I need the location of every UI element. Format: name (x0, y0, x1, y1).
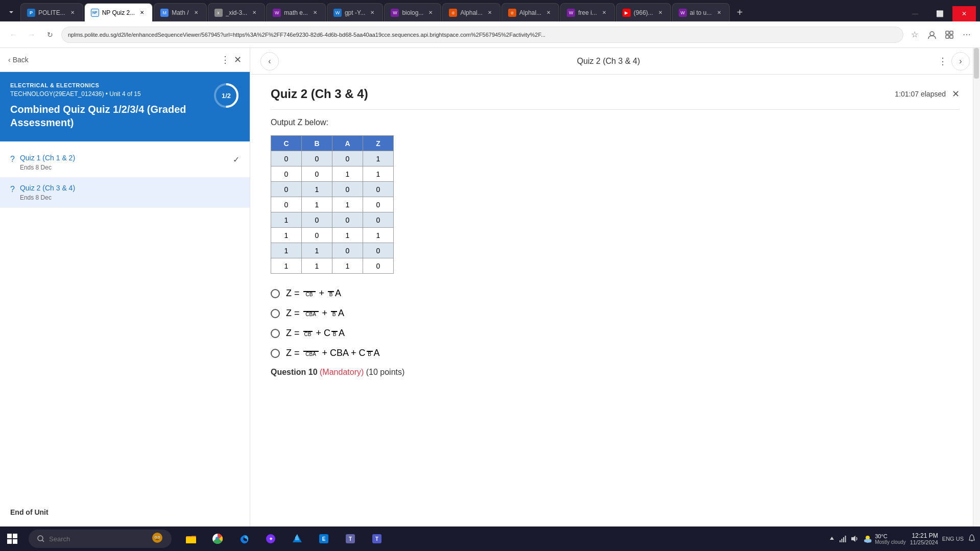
tab-favicon-alpha2: α (508, 9, 516, 17)
svg-point-14 (158, 537, 159, 538)
radio-option-2[interactable]: Z = CBA + B A (271, 308, 960, 319)
tab-mathe[interactable]: W math e... ✕ (266, 3, 326, 21)
tab-label-bio: biolog... (402, 9, 423, 16)
tab-math[interactable]: M Math / ✕ (154, 3, 206, 21)
windows-logo (7, 534, 17, 544)
tab-close-mathe[interactable]: ✕ (311, 9, 319, 17)
table-cell: 0 (271, 166, 302, 182)
radio-option-3[interactable]: Z = CB + C B A (271, 328, 960, 339)
taskbar-azure-icon[interactable] (286, 528, 308, 550)
back-nav-button[interactable]: ‹ Back (8, 56, 217, 64)
tab-close-free[interactable]: ✕ (600, 9, 608, 17)
sidebar-item-quiz1-title: Quiz 1 (Ch 1 & 2) (20, 154, 228, 162)
tab-alpha1[interactable]: α Alphal... ✕ (442, 3, 500, 21)
notification-button[interactable] (968, 534, 976, 543)
course-title: Combined Quiz Quiz 1/2/3/4 (Graded Asses… (10, 103, 207, 129)
table-cell: 0 (302, 166, 332, 182)
browser-maximize-btn[interactable]: ⬜ (928, 6, 951, 21)
sidebar-item-quiz2[interactable]: ? Quiz 2 (Ch 3 & 4) Ends 8 Dec (0, 178, 250, 208)
radio-option-4[interactable]: Z = CBA + CBA + C B A (271, 348, 960, 358)
taskbar-clock[interactable]: 12:21 PM 11/25/2024 (910, 532, 938, 545)
browser-close-btn[interactable]: ✕ (952, 6, 976, 21)
taskbar-teams-icon[interactable]: T (339, 528, 362, 550)
tab-np-quiz[interactable]: NP NP Quiz 2... ✕ (84, 3, 153, 21)
tab-history-btn[interactable] (2, 3, 20, 21)
tab-favicon-yt: ▶ (623, 9, 631, 17)
tab-alpha2[interactable]: α Alphal... ✕ (501, 3, 559, 21)
radio-btn-1[interactable] (271, 289, 280, 298)
tab-close-alpha1[interactable]: ✕ (486, 9, 494, 17)
tab-label-math: Math / (172, 9, 188, 16)
tab-label-xid: _xid-3... (226, 9, 248, 16)
quiz-content-area[interactable]: Quiz 2 (Ch 3 & 4) 1:01:07 elapsed ✕ Outp… (250, 75, 980, 526)
more-button[interactable]: ⋯ (960, 28, 974, 42)
tab-yt[interactable]: ▶ (966)... ✕ (616, 3, 671, 21)
table-cell: 1 (363, 166, 394, 182)
quiz-more-button[interactable]: ⋮ (938, 56, 947, 67)
tab-close-math[interactable]: ✕ (192, 9, 200, 17)
quiz-next-button[interactable]: › (951, 52, 970, 70)
taskbar-chrome-icon[interactable] (206, 528, 229, 550)
forward-button[interactable]: → (25, 28, 39, 42)
taskbar-search-bar[interactable] (29, 530, 172, 548)
radio-btn-4[interactable] (271, 349, 280, 358)
up-arrow-icon[interactable] (828, 535, 836, 543)
tab-favicon-gpt: W (333, 9, 342, 17)
tab-gpt[interactable]: W gpt -Y... ✕ (327, 3, 383, 21)
tab-free[interactable]: W free i... ✕ (560, 3, 615, 21)
tab-xid[interactable]: x _xid-3... ✕ (208, 3, 266, 21)
sidebar-items-list: ? Quiz 1 (Ch 1 & 2) Ends 8 Dec ✓ ? Quiz … (0, 141, 250, 498)
tab-close-ai[interactable]: ✕ (715, 9, 723, 17)
weather-widget[interactable]: 30°C Mostly cloudy (863, 533, 906, 545)
taskbar-edge-icon[interactable] (233, 528, 255, 550)
tab-close-gpt[interactable]: ✕ (368, 9, 376, 17)
svg-rect-29 (840, 540, 841, 542)
address-input[interactable] (61, 27, 903, 43)
table-cell: 1 (271, 228, 302, 243)
sidebar-close-button[interactable]: ✕ (234, 54, 242, 65)
radio-option-1[interactable]: Z = CB + B A (271, 288, 960, 299)
tab-label-mathe: math e... (284, 9, 308, 16)
reload-button[interactable]: ↻ (43, 28, 57, 42)
tab-polite[interactable]: P POLITE... ✕ (20, 3, 83, 21)
profile-button[interactable] (925, 28, 939, 42)
start-button[interactable] (0, 526, 25, 551)
volume-icon[interactable] (850, 535, 858, 543)
taskbar-file-explorer-icon[interactable] (180, 528, 202, 550)
sidebar-menu-button[interactable]: ⋮ (221, 54, 230, 65)
radio-btn-2[interactable] (271, 309, 280, 318)
tab-ai[interactable]: W ai to u... ✕ (672, 3, 730, 21)
extensions-button[interactable] (942, 28, 957, 42)
table-cell: 0 (302, 151, 332, 166)
radio-btn-3[interactable] (271, 329, 280, 338)
sidebar-item-quiz1[interactable]: ? Quiz 1 (Ch 1 & 2) Ends 8 Dec ✓ (0, 148, 250, 178)
quiz-prev-button[interactable]: ‹ (260, 52, 279, 70)
tab-close-alpha2[interactable]: ✕ (544, 9, 553, 17)
quiz-close-button[interactable]: ✕ (952, 88, 960, 100)
taskbar-copilot-icon[interactable]: ✦ (259, 528, 282, 550)
svg-text:T: T (375, 536, 378, 542)
taskbar-app7-icon[interactable]: E (313, 528, 335, 550)
browser-minimize-btn[interactable]: — (903, 6, 927, 21)
tab-favicon-math: M (160, 9, 169, 17)
locale-display[interactable]: ENG US (942, 535, 964, 542)
tab-bio[interactable]: W biolog... ✕ (384, 3, 441, 21)
svg-rect-3 (946, 35, 949, 38)
bookmark-button[interactable]: ☆ (907, 28, 922, 42)
back-button[interactable]: ← (6, 28, 20, 42)
taskbar-teams2-icon[interactable]: T (366, 528, 388, 550)
new-tab-button[interactable]: + (731, 3, 749, 21)
svg-rect-16 (186, 537, 196, 543)
tab-close-polite[interactable]: ✕ (68, 9, 77, 17)
network-icon[interactable] (839, 535, 847, 543)
tab-close-np-quiz[interactable]: ✕ (138, 9, 146, 17)
tab-close-bio[interactable]: ✕ (426, 9, 435, 17)
tab-close-yt[interactable]: ✕ (656, 9, 664, 17)
svg-text:T: T (349, 536, 352, 542)
course-meta: TECHNOLOGY(29EAET_012436) • Unit 4 of 15 (10, 90, 207, 98)
taskbar-search-input[interactable] (49, 535, 141, 543)
question-10-label: Question 10 (Mandatory) (10 points) (271, 368, 960, 377)
tab-close-xid[interactable]: ✕ (250, 9, 258, 17)
table-cell: 0 (332, 151, 363, 166)
scroll-indicator[interactable] (973, 75, 980, 526)
